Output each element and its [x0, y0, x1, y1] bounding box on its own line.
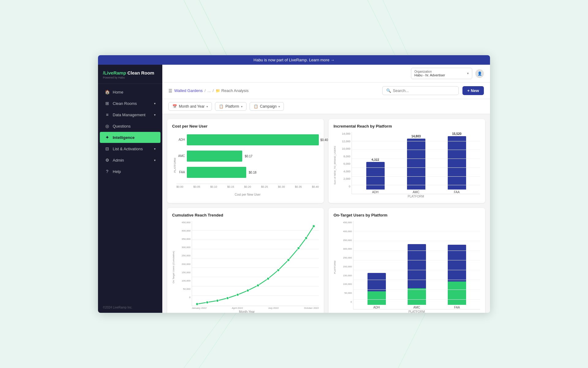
page-actions: 🔍 + New — [382, 86, 484, 95]
avatar-icon: 👤 — [477, 71, 482, 76]
svg-point-26 — [305, 237, 307, 239]
x-axis-label: Cost per New User — [176, 193, 319, 196]
campaign-icon: 📋 — [254, 104, 258, 109]
search-input[interactable] — [393, 88, 455, 93]
sidebar-item-label: Questions — [113, 124, 131, 128]
y-axis-label: Sum of NEW_TO_BRAND_USERS — [334, 132, 336, 198]
sidebar-item-data-management[interactable]: ≡ Data Management ▾ — [100, 109, 160, 120]
page-header: ☰ Walled Gardens / ... / 📁 Reach Analysi… — [162, 82, 490, 99]
sidebar-item-admin[interactable]: ⚙ Admin ▾ — [100, 155, 160, 166]
y-axis-label: PLATFORM — [334, 221, 336, 313]
chevron-down-icon: ▾ — [154, 159, 156, 162]
filter-campaign[interactable]: 📋 Campaign ▾ — [250, 102, 284, 111]
org-selector[interactable]: Organization Habu - hr. Advertiser ▾ — [411, 68, 472, 79]
data-management-icon: ≡ — [105, 112, 110, 117]
folder-icon: 📁 — [216, 89, 220, 93]
svg-point-21 — [257, 284, 259, 287]
sidebar-item-label: Admin — [113, 158, 124, 163]
y-axis-label: PLATFORM — [172, 132, 176, 198]
svg-point-16 — [206, 301, 209, 304]
svg-point-22 — [267, 278, 269, 280]
chevron-down-icon: ▾ — [206, 105, 208, 108]
svg-point-23 — [277, 269, 279, 271]
chevron-down-icon: ▾ — [154, 102, 156, 105]
sidebar-item-label: Clean Rooms — [113, 101, 137, 106]
filter-label: Month and Year — [179, 104, 205, 109]
sidebar: /LiveRamp Clean Room Powered by Habu 🏠 H… — [98, 65, 162, 313]
svg-point-25 — [297, 247, 300, 249]
sidebar-item-label: List & Activations — [113, 147, 143, 151]
sidebar-item-label: Data Management — [113, 113, 145, 117]
filters-bar: 📅 Month and Year ▾ 📋 Platform ▾ 📋 Campai… — [162, 99, 490, 114]
logo-text: /LiveRamp Clean Room — [103, 70, 157, 75]
platform-icon: 📋 — [219, 104, 224, 109]
banner-text: Habu is now part of LiveRamp. Learn more… — [254, 58, 334, 62]
chart-title: On-Target Users by Platform — [334, 213, 480, 217]
sidebar-item-label: Help — [113, 169, 121, 174]
sidebar-item-label: Intelligence — [113, 135, 135, 140]
breadcrumb: ☰ Walled Gardens / ... / 📁 Reach Analysi… — [168, 88, 249, 93]
help-icon: ? — [105, 169, 110, 174]
svg-point-17 — [216, 299, 219, 302]
sidebar-nav: 🏠 Home ⊞ Clean Rooms ▾ ≡ Data Management… — [98, 84, 162, 302]
x-axis-label: Month-Year — [175, 310, 319, 313]
chart-cost-per-new-user: Cost per New User PLATFORM ADH $0.40 — [167, 119, 324, 203]
breadcrumb-walled-gardens[interactable]: Walled Gardens — [174, 88, 203, 93]
sidebar-footer: ©2024 LiveRamp Inc. — [98, 302, 162, 313]
search-icon: 🔍 — [386, 88, 391, 93]
svg-point-15 — [196, 303, 198, 305]
sidebar-item-help[interactable]: ? Help — [100, 166, 160, 177]
sidebar-item-clean-rooms[interactable]: ⊞ Clean Rooms ▾ — [100, 98, 160, 109]
filter-platform[interactable]: 📋 Platform ▾ — [215, 102, 247, 111]
chart-cumulative-reach: Cumulative Reach Trended On Target Users… — [167, 208, 324, 313]
filter-label: Campaign — [260, 104, 277, 109]
sidebar-item-questions[interactable]: ◎ Questions — [100, 121, 160, 132]
content-area: Organization Habu - hr. Advertiser ▾ 👤 ☰… — [162, 65, 490, 313]
y-axis-label: On Target Users (Cumulative) — [172, 221, 175, 313]
topbar: Organization Habu - hr. Advertiser ▾ 👤 — [162, 65, 490, 82]
charts-grid: Cost per New User PLATFORM ADH $0.40 — [162, 114, 490, 313]
chart-on-target-users: On-Target Users by Platform PLATFORM 450… — [329, 208, 485, 313]
copyright-text: ©2024 LiveRamp Inc. — [103, 306, 132, 309]
clean-rooms-icon: ⊞ — [105, 101, 110, 106]
svg-point-18 — [226, 297, 229, 299]
x-axis-label: PLATFORM — [336, 195, 480, 198]
org-label: Organization — [414, 70, 465, 73]
admin-icon: ⚙ — [105, 158, 110, 163]
intelligence-icon: ✦ — [105, 135, 110, 140]
filter-month-year[interactable]: 📅 Month and Year ▾ — [168, 102, 212, 111]
breadcrumb-more[interactable]: ... — [207, 88, 211, 93]
svg-point-27 — [312, 225, 315, 227]
breadcrumb-current: Reach Analysis — [221, 88, 249, 93]
new-button-label: New — [471, 88, 479, 93]
chevron-down-icon: ▾ — [467, 71, 469, 75]
breadcrumb-reach-analysis: 📁 Reach Analysis — [216, 88, 249, 93]
home-icon: 🏠 — [105, 90, 110, 94]
chevron-down-icon: ▾ — [154, 147, 156, 151]
filter-label: Platform — [225, 104, 239, 109]
powered-by: Powered by Habu — [103, 76, 157, 79]
new-button[interactable]: + New — [462, 86, 484, 95]
list-activations-icon: ⊟ — [105, 146, 110, 151]
sidebar-item-list-activations[interactable]: ⊟ List & Activations ▾ — [100, 143, 160, 154]
chart-title: Incremental Reach by Platform — [334, 124, 480, 128]
org-value: Habu - hr. Advertiser — [414, 73, 465, 77]
top-banner: Habu is now part of LiveRamp. Learn more… — [98, 55, 490, 65]
chart-title: Cost per New User — [172, 124, 319, 128]
chevron-down-icon: ▾ — [241, 105, 243, 108]
chart-incremental-reach: Incremental Reach by Platform Sum of NEW… — [329, 119, 485, 203]
svg-point-20 — [247, 289, 249, 292]
sidebar-logo: /LiveRamp Clean Room Powered by Habu — [98, 65, 162, 84]
avatar-button[interactable]: 👤 — [475, 69, 484, 78]
plus-icon: + — [467, 88, 470, 93]
sidebar-item-label: Home — [113, 90, 123, 94]
x-axis-label: PLATFORM — [336, 310, 480, 313]
svg-point-19 — [236, 293, 239, 296]
search-bar[interactable]: 🔍 — [382, 86, 459, 95]
calendar-icon: 📅 — [172, 104, 177, 109]
chevron-down-icon: ▾ — [278, 105, 280, 108]
chart-title: Cumulative Reach Trended — [172, 213, 319, 217]
sidebar-item-intelligence[interactable]: ✦ Intelligence — [100, 132, 160, 143]
sidebar-item-home[interactable]: 🏠 Home — [100, 86, 160, 98]
questions-icon: ◎ — [105, 124, 110, 128]
